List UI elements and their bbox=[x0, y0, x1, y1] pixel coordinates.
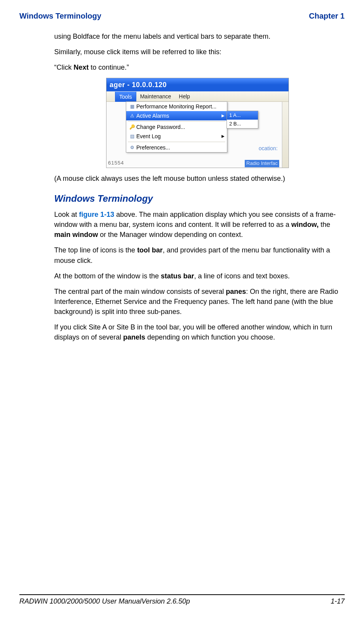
caption: (A mouse click always uses the left mous… bbox=[54, 173, 341, 184]
footer-left: RADWIN 1000/2000/5000 User ManualVersion… bbox=[19, 597, 190, 606]
section-p5: If you click Site A or Site B in the too… bbox=[54, 322, 341, 342]
header-left: Windows Terminology bbox=[19, 12, 101, 21]
prefs-icon: ⚙ bbox=[129, 144, 136, 151]
submenu-arrow-icon: ▶ bbox=[221, 113, 225, 119]
alarm-icon: ⚠ bbox=[129, 113, 136, 119]
intro-p2: Similarly, mouse click items will be ref… bbox=[54, 47, 341, 57]
menu-item-event-log[interactable]: ▤ Event Log ▶ bbox=[126, 132, 227, 141]
embedded-screenshot: ager - 10.0.0.120 Tools Maintenance Help… bbox=[106, 78, 289, 168]
section-p1: Look at figure 1-13 above. The main appl… bbox=[54, 209, 341, 240]
submenu-arrow-icon: ▶ bbox=[221, 134, 225, 139]
menu-item-change-password[interactable]: 🔑 Change Password... bbox=[126, 122, 227, 132]
menu-item-preferences[interactable]: ⚙ Preferences... bbox=[126, 143, 227, 152]
log-icon: ▤ bbox=[129, 133, 136, 140]
menu-maintenance[interactable]: Maintenance bbox=[136, 91, 175, 101]
key-icon: 🔑 bbox=[129, 124, 136, 130]
scrollbar-edge bbox=[282, 102, 288, 168]
menubar: Tools Maintenance Help bbox=[106, 91, 288, 102]
footer-right: 1-17 bbox=[331, 597, 345, 606]
window-titlebar: ager - 10.0.0.120 bbox=[106, 78, 288, 91]
menu-help[interactable]: Help bbox=[175, 91, 194, 101]
bg-radio-label: Radio Interfac bbox=[245, 160, 279, 167]
footer-rule bbox=[19, 594, 345, 595]
section-p4: The central part of the main window cons… bbox=[54, 286, 341, 317]
intro-p3: “Click Next to continue.” bbox=[54, 62, 341, 72]
submenu-item-b[interactable]: 2 B... bbox=[227, 120, 258, 128]
submenu-item-a[interactable]: 1 A... bbox=[227, 111, 258, 120]
bg-number: 61554 bbox=[108, 160, 124, 167]
window-title: ager - 10.0.0.120 bbox=[110, 80, 167, 90]
report-icon: ▦ bbox=[129, 103, 136, 110]
header-right: Chapter 1 bbox=[309, 12, 345, 21]
section-p2: The top line of icons is the tool bar, a… bbox=[54, 245, 341, 265]
section-heading: Windows Terminology bbox=[54, 192, 341, 206]
page-header: Windows Terminology Chapter 1 bbox=[19, 12, 345, 21]
alarms-submenu: 1 A... 2 B... bbox=[227, 111, 258, 129]
menu-separator bbox=[128, 121, 225, 122]
bg-location-text: ocation: bbox=[259, 144, 278, 152]
page-footer: RADWIN 1000/2000/5000 User ManualVersion… bbox=[19, 594, 345, 606]
tools-dropdown: ▦ Performance Monitoring Report... ⚠ Act… bbox=[126, 101, 227, 153]
menu-item-active-alarms[interactable]: ⚠ Active Alarms ▶ bbox=[126, 111, 227, 120]
intro-p1: using Boldface for the menu labels and v… bbox=[54, 31, 341, 41]
section-p3: At the bottom of the window is the statu… bbox=[54, 271, 341, 281]
menu-separator bbox=[128, 142, 225, 142]
menu-tools[interactable]: Tools bbox=[115, 92, 136, 102]
menu-item-perf-report[interactable]: ▦ Performance Monitoring Report... bbox=[126, 102, 227, 111]
figure-link[interactable]: figure 1-13 bbox=[79, 211, 114, 218]
next-bold: Next bbox=[74, 63, 89, 71]
